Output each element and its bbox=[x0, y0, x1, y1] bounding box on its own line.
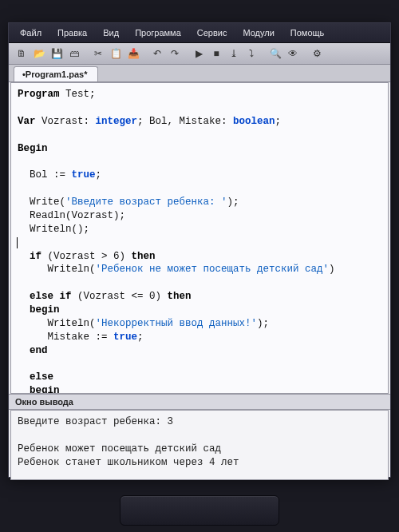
menu-modules[interactable]: Модули bbox=[238, 26, 279, 39]
ide-window: Файл Правка Вид Программа Сервис Модули … bbox=[8, 22, 391, 478]
options-icon[interactable]: ⚙ bbox=[309, 46, 325, 62]
code-editor[interactable]: Program Test; Var Vozrast: integer; Bol,… bbox=[10, 82, 389, 394]
open-icon[interactable]: 📂 bbox=[31, 46, 47, 62]
tab-program1[interactable]: •Program1.pas* bbox=[14, 66, 98, 81]
save-icon[interactable]: 💾 bbox=[49, 46, 65, 62]
stop-icon[interactable]: ■ bbox=[208, 46, 224, 62]
output-panel-title: Окно вывода bbox=[9, 394, 390, 410]
laptop-trackpad-button bbox=[120, 495, 279, 526]
step-over-icon[interactable]: ⤵ bbox=[243, 46, 259, 62]
menu-edit[interactable]: Правка bbox=[53, 26, 92, 39]
run-icon[interactable]: ▶ bbox=[191, 46, 207, 62]
menu-help[interactable]: Помощь bbox=[286, 26, 330, 39]
toolbar: 🗎📂💾🗃✂📋📥↶↷▶■⤓⤵🔍👁⚙ bbox=[9, 43, 390, 65]
paste-icon[interactable]: 📥 bbox=[125, 46, 141, 62]
new-icon[interactable]: 🗎 bbox=[14, 46, 30, 62]
code-content: Program Test; Var Vozrast: integer; Bol,… bbox=[11, 83, 388, 394]
cut-icon[interactable]: ✂ bbox=[90, 46, 106, 62]
redo-icon[interactable]: ↷ bbox=[167, 46, 183, 62]
output-panel[interactable]: Введите возраст ребенка: 3 Ребенок может… bbox=[10, 410, 389, 480]
menu-program[interactable]: Программа bbox=[130, 26, 186, 39]
watch-icon[interactable]: 👁 bbox=[285, 46, 301, 62]
menu-view[interactable]: Вид bbox=[98, 26, 124, 39]
menu-file[interactable]: Файл bbox=[15, 26, 46, 39]
menubar: Файл Правка Вид Программа Сервис Модули … bbox=[9, 23, 390, 43]
tab-bar: •Program1.pas* bbox=[9, 65, 390, 82]
save-all-icon[interactable]: 🗃 bbox=[66, 46, 82, 62]
undo-icon[interactable]: ↶ bbox=[149, 46, 165, 62]
text-cursor bbox=[17, 237, 18, 248]
step-icon[interactable]: ⤓ bbox=[226, 46, 242, 62]
find-icon[interactable]: 🔍 bbox=[267, 46, 283, 62]
copy-icon[interactable]: 📋 bbox=[108, 46, 124, 62]
menu-service[interactable]: Сервис bbox=[192, 26, 232, 39]
